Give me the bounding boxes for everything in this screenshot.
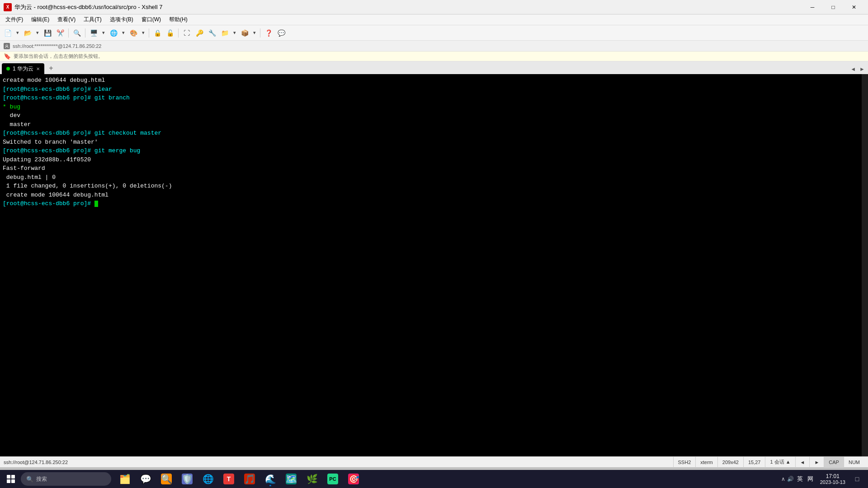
toolbar-sep5 [260,28,260,38]
term-line-6: [root@hcss-ecs-dbb6 pro]# git checkout m… [3,129,865,138]
taskbar-app-wechat[interactable]: 💬 [136,471,156,487]
maximize-button[interactable]: □ [823,0,844,14]
menu-file[interactable]: 文件(F) [2,15,27,24]
toolbar-key-btn[interactable]: 🔓 [164,27,176,39]
search-icon: 🔍 [26,476,33,483]
toolbar-folder2-btn[interactable]: 📁 [219,27,231,39]
status-arrow-right[interactable]: ► [809,457,824,468]
taskbar-app-file-explorer[interactable]: 🗂️ [115,471,135,487]
taskbar-app-11[interactable]: 🎯 [344,471,363,487]
toolbar-sep4 [178,28,179,38]
toolbar-wrench-btn[interactable]: 🔧 [206,27,218,39]
status-session-text: ssh://root@124.71.86.250:22 [4,460,673,465]
term-line-0: create mode 100644 debug.html [3,76,865,85]
clock-area[interactable]: 17:01 2023-10-13 [816,473,849,485]
taskbar-app-pycharm[interactable]: PC [323,471,343,487]
session-text: ssh://root:************@124.71.86.250:22 [13,43,101,49]
tray-chevron-icon[interactable]: ∧ [781,476,785,482]
status-dimensions: 209x42 [717,457,743,468]
toolbar-compose-dropdown[interactable]: ▾ [100,27,107,39]
toolbar-open-btn[interactable]: 📂 [22,27,33,39]
taskbar-app-search[interactable]: 🔍 [156,471,176,487]
toolbar-highlight-btn[interactable]: 🎨 [127,27,139,39]
tray-volume-icon[interactable]: 🔊 [787,476,794,482]
tip-text: 要添加当前会话，点击左侧的箭头按钮。 [14,53,103,60]
taskbar-apps: 🗂️ 💬 🔍 🛡️ 🌐 T 🎵 🌊 [115,471,781,487]
tray-network-icon[interactable]: 网 [806,475,815,483]
editor-icon: T [223,474,234,484]
toolbar-folder2-dropdown[interactable]: ▾ [231,27,238,39]
toolbar-box-btn[interactable]: 📦 [239,27,250,39]
window-title: 华为云 - root@hcss-ecs-dbb6:/usr/local/src/… [14,3,802,11]
close-button[interactable]: ✕ [844,0,864,14]
clock-time: 17:01 [826,473,840,479]
media-icon: 🎵 [244,474,255,484]
toolbar-padlock-btn[interactable]: 🔑 [193,27,205,39]
wechat-icon: 💬 [140,474,151,484]
toolbar-color-btn[interactable]: 🌐 [108,27,119,39]
toolbar-sep3 [149,28,149,38]
toolbar-lock-btn[interactable]: 🔒 [151,27,163,39]
right-panel-handle[interactable] [862,74,868,456]
term-line-4: dev [3,111,865,120]
terminal-container[interactable]: create mode 100644 debug.html [root@hcss… [0,74,868,456]
term-line-8: [root@hcss-ecs-dbb6 pro]# git merge bug [3,146,865,155]
title-bar: X 华为云 - root@hcss-ecs-dbb6:/usr/local/sr… [0,0,868,14]
status-arrow-left[interactable]: ◄ [795,457,810,468]
toolbar-highlight-dropdown[interactable]: ▾ [140,27,146,39]
menu-help[interactable]: 帮助(H) [165,15,191,24]
term-line-2: [root@hcss-ecs-dbb6 pro]# git branch [3,94,865,103]
start-button[interactable] [3,471,19,487]
status-cursor-pos: 15,27 [743,457,765,468]
term-line-11: debug.html | 0 [3,173,865,182]
start-icon [7,475,15,483]
minimize-button[interactable]: ─ [802,0,823,14]
toolbar-box-dropdown[interactable]: ▾ [251,27,258,39]
session-bar: ssh://root:************@124.71.86.250:22 [0,41,868,52]
sys-tray: ∧ 🔊 英 网 [781,475,815,483]
taskbar-app-nature[interactable]: 🌿 [302,471,322,487]
toolbar-save-btn[interactable]: 💾 [42,27,53,39]
toolbar-color-dropdown[interactable]: ▾ [120,27,127,39]
chrome-icon: 🌐 [203,474,213,484]
tab-nav-left-btn[interactable]: ◄ [849,66,857,72]
status-sessions[interactable]: 1 会话 ▲ [765,457,795,468]
notification-button[interactable]: □ [851,471,863,487]
toolbar-chat-btn[interactable]: 💬 [275,27,287,39]
toolbar-fullscreen-btn[interactable]: ⛶ [181,27,193,39]
toolbar-help-btn[interactable]: ❓ [263,27,274,39]
toolbar-search-btn[interactable]: 🔍 [71,27,83,39]
terminal-cursor [94,201,98,207]
menu-tabs[interactable]: 选项卡(B) [106,15,137,24]
tab-label: 1 华为云 [13,65,33,73]
tab-add-button[interactable]: + [46,63,56,73]
terminal[interactable]: create mode 100644 debug.html [root@hcss… [0,74,868,456]
toolbar-cut-btn[interactable]: ✂️ [54,27,66,39]
taskbar-app-maps[interactable]: 🗺️ [281,471,301,487]
menu-edit[interactable]: 编辑(E) [28,15,53,24]
file-explorer-icon: 🗂️ [119,474,130,484]
toolbar-compose-btn[interactable]: 🖥️ [88,27,99,39]
taskbar-app-editor[interactable]: T [219,471,239,487]
taskbar-app-media[interactable]: 🎵 [240,471,259,487]
tab-nav-right: ◄ ► [849,66,866,72]
taskbar-app-chrome[interactable]: 🌐 [198,471,218,487]
menu-tools[interactable]: 工具(T) [80,15,105,24]
tab-bar: 1 华为云 ✕ + ◄ ► [0,61,868,74]
taskbar-search[interactable]: 🔍 搜索 [21,472,111,486]
toolbar-new-btn[interactable]: 📄 [2,27,14,39]
tab-huawei[interactable]: 1 华为云 ✕ [2,63,44,74]
tab-nav-right-btn[interactable]: ► [858,66,866,72]
menu-window[interactable]: 窗口(W) [138,15,165,24]
toolbar-new-dropdown[interactable]: ▾ [14,27,21,39]
menu-view[interactable]: 查看(V) [54,15,79,24]
tray-input-lang[interactable]: 英 [796,475,804,483]
taskbar-right: ∧ 🔊 英 网 17:01 2023-10-13 □ [781,471,865,487]
term-line-5: master [3,120,865,129]
status-right: SSH2 xterm 209x42 15,27 1 会话 ▲ ◄ ► CAP N… [673,457,864,468]
taskbar-app-security[interactable]: 🛡️ [177,471,197,487]
toolbar-open-dropdown[interactable]: ▾ [34,27,41,39]
tab-close-btn[interactable]: ✕ [36,66,40,71]
status-bar: ssh://root@124.71.86.250:22 SSH2 xterm 2… [0,456,868,467]
taskbar-app-edge[interactable]: 🌊 [260,471,280,487]
